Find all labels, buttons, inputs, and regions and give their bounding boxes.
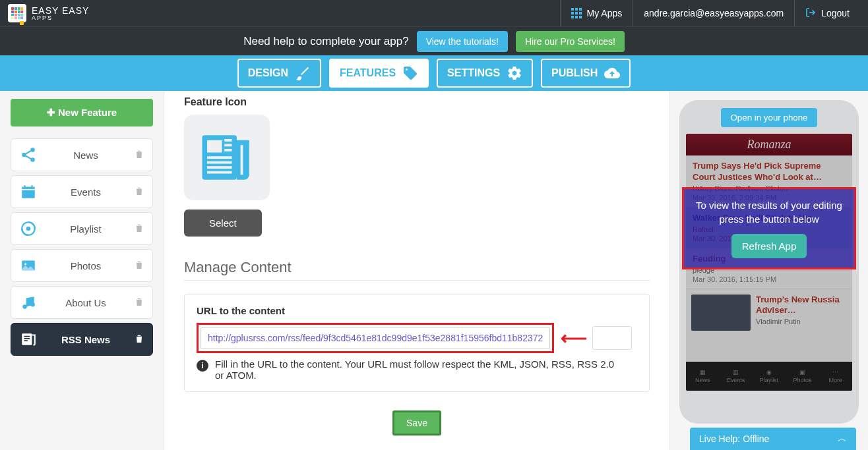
- brand-text: EASY EASY APPS: [32, 5, 89, 21]
- info-icon: i: [197, 360, 208, 372]
- music-icon: [19, 293, 38, 312]
- topbar: EASY EASY APPS My Apps andre.garcia@easy…: [0, 0, 868, 26]
- tab-publish-label: PUBLISH: [551, 67, 598, 79]
- overlay-text: To view the results of your editing pres…: [689, 198, 849, 226]
- preview-tab: ▣Photos: [786, 362, 819, 391]
- sidebar-item-rss-news[interactable]: RSS News: [11, 323, 153, 356]
- my-apps-label: My Apps: [587, 8, 623, 18]
- preview-app-header: Romanza: [686, 134, 852, 155]
- preview-news-sub: Vladimir Putin: [756, 318, 847, 325]
- main-nav: DESIGN FEATURES SETTINGS PUBLISH: [0, 55, 868, 91]
- tab-features-label: FEATURES: [340, 67, 396, 79]
- sidebar-item-label: Events: [47, 186, 125, 198]
- svg-rect-14: [207, 140, 222, 153]
- preview-thumbnail: [691, 295, 751, 331]
- preview-news-date: Mar 30, 2016, 1:15:15 PM: [693, 275, 846, 283]
- button-placeholder[interactable]: [592, 326, 632, 350]
- tab-design[interactable]: DESIGN: [237, 59, 321, 88]
- preview-tab: ⋯More: [819, 362, 852, 391]
- sidebar-item-playlist[interactable]: Playlist: [11, 212, 153, 245]
- url-panel: URL to the content ⟵ i Fill in the URL t…: [184, 294, 650, 392]
- svg-point-1: [30, 148, 35, 152]
- calendar-icon: [19, 183, 38, 201]
- preview-news-title: Trump's New Russia Adviser…: [756, 295, 847, 317]
- select-icon-button[interactable]: Select: [184, 210, 262, 237]
- trash-icon[interactable]: [134, 333, 144, 346]
- help-prompt: Need help to complete your app?: [243, 35, 408, 48]
- refresh-app-button[interactable]: Refresh App: [731, 234, 807, 258]
- my-apps-link[interactable]: My Apps: [560, 0, 633, 26]
- hire-pro-button[interactable]: Hire our Pro Services!: [516, 31, 625, 52]
- sidebar-item-label: News: [47, 150, 125, 161]
- tab-features[interactable]: FEATURES: [329, 59, 429, 88]
- preview-news-item: Trump's New Russia Adviser… Vladimir Put…: [686, 289, 852, 336]
- sidebar-item-label: Playlist: [47, 223, 125, 235]
- trash-icon[interactable]: [134, 186, 144, 198]
- brand-logo[interactable]: EASY EASY APPS: [8, 4, 89, 22]
- new-feature-label: New Feature: [58, 107, 117, 118]
- plus-icon: ✚: [47, 107, 58, 118]
- share-icon: [19, 146, 38, 164]
- svg-rect-12: [22, 333, 32, 345]
- trash-icon[interactable]: [134, 296, 144, 309]
- feature-icon-preview: [184, 115, 270, 200]
- logout-link[interactable]: Logout: [794, 0, 860, 26]
- user-email[interactable]: andre.garcia@easyeasyapps.com: [633, 0, 794, 26]
- feature-icon-label: Feature Icon: [184, 96, 650, 108]
- sidebar-item-label: Photos: [47, 260, 125, 271]
- preview-tab: ◉Playlist: [753, 362, 786, 391]
- url-label: URL to the content: [197, 305, 637, 316]
- svg-point-3: [30, 157, 35, 162]
- live-help-bar[interactable]: Live Help: Offline ︿: [690, 428, 856, 450]
- svg-point-7: [27, 227, 30, 230]
- preview-news-title: Trump Says He'd Pick Supreme Court Justi…: [693, 161, 846, 183]
- chevron-up-icon: ︿: [838, 433, 847, 445]
- main-content: Feature Icon Select Manage Content URL t…: [164, 91, 670, 450]
- preview-pane: Open in your phone Romanza Trump Says He…: [670, 91, 868, 450]
- gear-icon: [507, 65, 522, 81]
- url-input[interactable]: [201, 327, 550, 349]
- new-feature-button[interactable]: ✚ New Feature: [11, 99, 153, 127]
- tab-publish[interactable]: PUBLISH: [541, 59, 631, 88]
- logout-label: Logout: [821, 8, 850, 18]
- live-help-label: Live Help: Offline: [699, 434, 769, 444]
- tab-design-label: DESIGN: [248, 67, 288, 79]
- preview-tab: ▥Events: [719, 362, 752, 391]
- apps-grid-icon: [571, 8, 582, 18]
- helpbar: Need help to complete your app? View the…: [0, 26, 868, 55]
- svg-point-11: [30, 302, 35, 307]
- sidebar-item-photos[interactable]: Photos: [11, 249, 153, 282]
- svg-point-10: [22, 304, 27, 309]
- user-email-text: andre.garcia@easyeasyapps.com: [644, 8, 784, 18]
- tab-settings[interactable]: SETTINGS: [437, 59, 533, 88]
- trash-icon[interactable]: [134, 260, 144, 272]
- phone-frame: Open in your phone Romanza Trump Says He…: [679, 100, 859, 424]
- cloud-upload-icon: [604, 65, 620, 81]
- sidebar-item-events[interactable]: Events: [11, 175, 153, 208]
- brush-icon: [295, 65, 311, 81]
- logo-mark: [8, 4, 26, 22]
- manage-content-title: Manage Content: [184, 259, 650, 281]
- url-hint: Fill in the URL to the content. Your URL…: [215, 358, 624, 381]
- sidebar-item-news[interactable]: News: [11, 138, 153, 171]
- svg-point-2: [22, 153, 26, 157]
- preview-tab: ▦News: [686, 362, 719, 391]
- news-icon: [19, 330, 38, 349]
- save-button[interactable]: Save: [392, 410, 441, 436]
- sidebar-item-label: RSS News: [47, 334, 125, 345]
- view-tutorials-button[interactable]: View the tutorials!: [417, 31, 508, 52]
- sidebar-item-label: About Us: [47, 297, 125, 308]
- sidebar: ✚ New Feature News Events Playlist Photo…: [0, 91, 164, 450]
- url-input-highlight: [197, 323, 554, 353]
- sidebar-item-about[interactable]: About Us: [11, 286, 153, 319]
- photo-icon: [19, 256, 38, 275]
- svg-point-9: [24, 263, 26, 265]
- annotation-arrow-icon: ⟵: [561, 327, 586, 349]
- logout-icon: [805, 7, 816, 20]
- trash-icon[interactable]: [134, 149, 144, 161]
- features-list: News Events Playlist Photos About Us: [11, 138, 153, 356]
- newspaper-icon: [197, 128, 257, 187]
- trash-icon[interactable]: [134, 223, 144, 235]
- open-in-phone-button[interactable]: Open in your phone: [721, 108, 817, 127]
- preview-tabbar: ▦News ▥Events ◉Playlist ▣Photos ⋯More: [686, 362, 852, 391]
